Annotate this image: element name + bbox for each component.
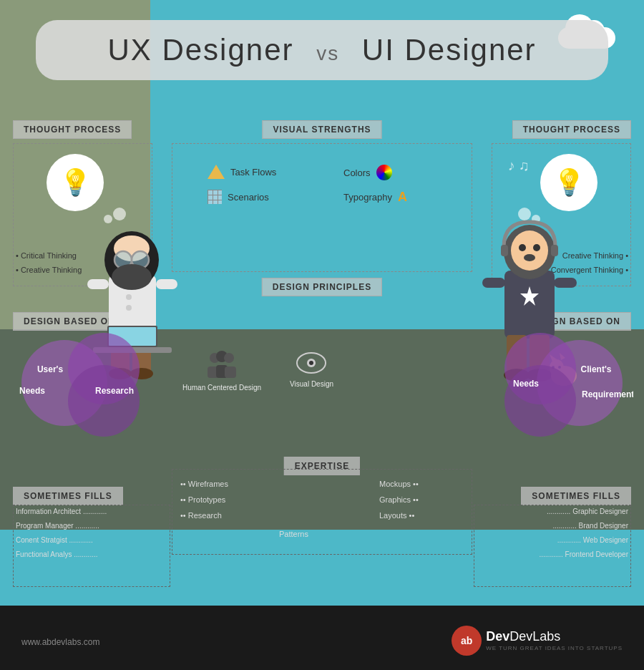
vs-label: vs xyxy=(316,42,339,64)
expertise-patterns: Patterns xyxy=(279,530,308,538)
triangle-icon xyxy=(208,165,225,179)
svg-point-27 xyxy=(519,244,526,251)
svg-point-3 xyxy=(126,305,132,311)
logo-ab-circle: ab xyxy=(452,626,482,656)
color-wheel-icon xyxy=(376,165,392,180)
sometimes-fills-right-list: ............ Graphic Designer ..........… xyxy=(539,505,628,562)
svg-point-54 xyxy=(224,353,234,363)
footer-bar: www.abdevlabs.com ab DevDevLabs WE TURN … xyxy=(0,606,644,670)
typography-label: Typography xyxy=(343,192,392,203)
ux-role-4: Functional Analys ............ xyxy=(16,548,107,562)
svg-point-2 xyxy=(126,294,132,300)
logo-labs: DevLabs xyxy=(509,629,560,644)
expertise-graphics: Graphics •• xyxy=(379,492,419,508)
svg-rect-14 xyxy=(87,279,109,289)
svg-text:User's: User's xyxy=(37,364,64,374)
human-centered-label: Human Centered Design xyxy=(182,384,261,392)
visual-design-item: Visual Design xyxy=(290,351,333,388)
visual-design-icon xyxy=(296,351,328,376)
expertise-right-column: Mockups •• Graphics •• Layouts •• xyxy=(379,476,419,523)
svg-text:Requirements: Requirements xyxy=(582,389,633,399)
svg-rect-57 xyxy=(225,366,236,378)
logo-devlabs: DevDevLabs xyxy=(486,630,623,643)
scenarios-label: Scenarios xyxy=(228,192,269,203)
typography-item: Typography A xyxy=(343,190,407,205)
sometimes-fills-left-list: Information Architect ............ Progr… xyxy=(16,505,107,562)
svg-point-28 xyxy=(533,244,540,251)
font-icon: A xyxy=(398,190,407,205)
sometimes-fills-left-label: SOMETIMES FILLS xyxy=(13,487,123,505)
colors-label: Colors xyxy=(343,168,371,178)
scenarios-item: Scenarios xyxy=(208,190,269,204)
task-flows-item: Task Flows xyxy=(208,165,276,179)
visual-strengths-dashed-box xyxy=(172,143,472,272)
ui-venn-diagram: Client's Needs Requirements xyxy=(476,326,633,440)
expertise-mockups: Mockups •• xyxy=(379,476,419,492)
logo-dev: Dev xyxy=(486,629,509,644)
expertise-layouts: Layouts •• xyxy=(379,508,419,523)
svg-rect-33 xyxy=(554,278,577,288)
ux-lightbulb-icon: 💡 xyxy=(59,168,92,198)
svg-point-26 xyxy=(511,230,548,271)
svg-text:Needs: Needs xyxy=(513,379,539,389)
human-centered-icon xyxy=(204,351,240,379)
sometimes-fills-right-label: SOMETIMES FILLS xyxy=(521,487,631,505)
svg-text:Needs: Needs xyxy=(19,386,45,396)
thought-process-left-label: THOUGHT PROCESS xyxy=(13,120,132,139)
visual-design-label: Visual Design xyxy=(290,380,333,388)
svg-point-13 xyxy=(112,264,152,290)
expertise-wireframes: •• Wireframes xyxy=(180,476,228,492)
expertise-prototypes: •• Prototypes xyxy=(180,492,228,508)
svg-point-31 xyxy=(524,254,535,261)
page-title: UX Designer vs UI Designer xyxy=(64,33,580,67)
grid-icon xyxy=(208,190,222,204)
logo-container: ab DevDevLabs WE TURN GREAT IDEAS INTO S… xyxy=(452,626,623,656)
expertise-left-column: •• Wireframes •• Prototypes •• Research xyxy=(180,476,228,523)
task-flows-label: Task Flows xyxy=(230,167,276,178)
svg-text:Client's: Client's xyxy=(581,364,612,374)
website-url: www.abdevlabs.com xyxy=(21,637,99,647)
center-icons-row: Human Centered Design Visual Design xyxy=(182,351,333,392)
ui-role-4: ............ Frontend Developer xyxy=(539,548,628,562)
ui-role-1: ............ Graphic Designer xyxy=(539,505,628,519)
svg-point-48 xyxy=(504,365,576,437)
ux-role-3: Conent Stratgist ............ xyxy=(16,533,107,548)
svg-text:Research: Research xyxy=(95,386,134,396)
svg-rect-29 xyxy=(501,245,508,256)
expertise-research: •• Research xyxy=(180,508,228,523)
design-principles-label: DESIGN PRINCIPLES xyxy=(262,278,382,296)
music-notes-decoration: ♪ ♫ xyxy=(507,157,530,174)
ui-title: UI Designer xyxy=(362,33,537,67)
logo-text-block: DevDevLabs WE TURN GREAT IDEAS INTO STAR… xyxy=(486,630,623,651)
ux-role-1: Information Architect ............ xyxy=(16,505,107,519)
svg-rect-30 xyxy=(551,245,558,256)
svg-rect-32 xyxy=(482,278,505,288)
colors-item: Colors xyxy=(343,165,392,180)
ux-title: UX Designer xyxy=(107,33,293,67)
ux-role-2: Program Manager ............ xyxy=(16,519,107,533)
ui-role-3: ............ Web Designer xyxy=(539,533,628,548)
svg-point-60 xyxy=(309,361,313,365)
thought-process-right-label: THOUGHT PROCESS xyxy=(512,120,631,139)
logo-tagline: WE TURN GREAT IDEAS INTO STARTUPS xyxy=(486,645,623,651)
visual-strengths-label: VISUAL STRENGTHS xyxy=(262,120,381,139)
ui-role-2: ............ Brand Designer xyxy=(539,519,628,533)
title-bar: UX Designer vs UI Designer xyxy=(36,20,608,80)
human-centered-item: Human Centered Design xyxy=(182,351,261,392)
svg-rect-15 xyxy=(156,279,177,289)
ux-venn-diagram: User's Needs Research xyxy=(11,326,168,440)
svg-point-42 xyxy=(68,365,140,437)
